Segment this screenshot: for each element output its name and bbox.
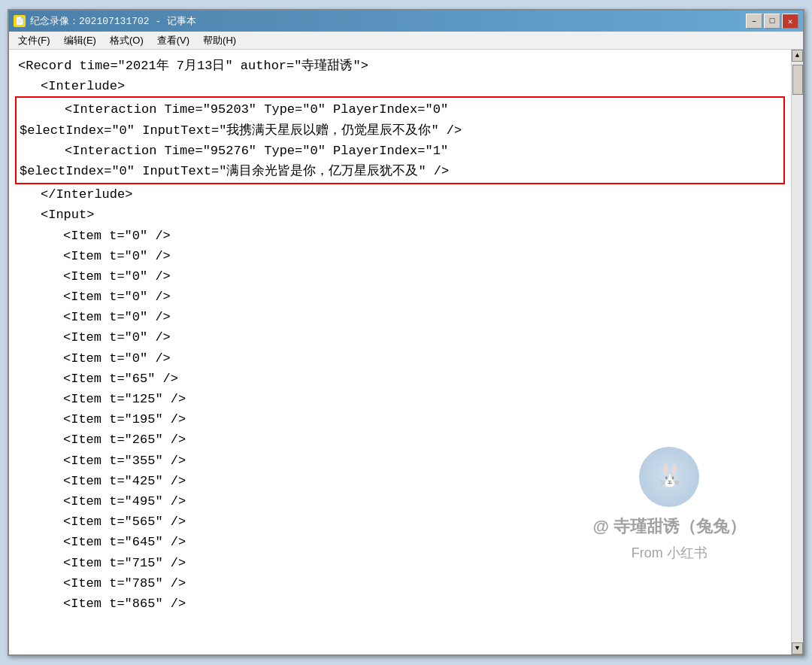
code-line: <Item t="565" />	[63, 512, 782, 532]
scrollbar-thumb[interactable]	[792, 65, 803, 95]
code-line: <Record time="2021年 7月13日" author="寺瑾甜诱"…	[18, 56, 782, 76]
code-line: <Item t="0" />	[63, 307, 782, 327]
code-line: <Input>	[41, 205, 782, 225]
menu-file[interactable]: 文件(F)	[12, 32, 56, 49]
content-area: <Record time="2021年 7月13日" author="寺瑾甜诱"…	[9, 50, 803, 654]
scroll-up-button[interactable]: ▲	[792, 50, 803, 62]
code-line: <Item t="0" />	[63, 348, 782, 369]
code-line: <Item t="785" />	[63, 573, 782, 594]
scroll-down-button[interactable]: ▼	[792, 642, 803, 654]
close-button[interactable]: ✕	[782, 14, 798, 29]
highlight-box: <Interaction Time="95203" Type="0" Playe…	[15, 96, 785, 184]
code-line: <Interlude>	[41, 76, 782, 96]
title-bar-left: 📄 纪念录像：202107131702 - 记事本	[14, 14, 196, 28]
code-line: <Item t="0" />	[63, 327, 782, 348]
title-bar: 📄 纪念录像：202107131702 - 记事本 – □ ✕	[9, 11, 803, 32]
code-line: <Item t="0" />	[63, 287, 782, 307]
code-line: <Item t="865" />	[63, 594, 782, 614]
menu-bar: 文件(F) 编辑(E) 格式(O) 查看(V) 帮助(H)	[9, 32, 803, 50]
code-line: <Item t="265" />	[63, 430, 782, 450]
menu-help[interactable]: 帮助(H)	[197, 32, 242, 49]
notepad-window: 📄 纪念录像：202107131702 - 记事本 – □ ✕ 文件(F) 编辑…	[8, 9, 804, 656]
code-line: </Interlude>	[41, 184, 782, 205]
code-line: <Item t="0" />	[63, 226, 782, 246]
scrollbar[interactable]: ▲ ▼	[791, 50, 803, 654]
menu-format[interactable]: 格式(O)	[104, 32, 150, 49]
window-title: 纪念录像：202107131702 - 记事本	[30, 14, 196, 28]
title-controls: – □ ✕	[746, 14, 798, 29]
code-line: <Interaction Time="95203" Type="0" Playe…	[65, 99, 780, 120]
code-line: <Item t="0" />	[63, 246, 782, 266]
code-line: <Interaction Time="95276" Type="0" Playe…	[65, 141, 780, 161]
code-line: <Item t="645" />	[63, 532, 782, 552]
code-line: <Item t="65" />	[63, 369, 782, 389]
text-editor[interactable]: <Record time="2021年 7月13日" author="寺瑾甜诱"…	[9, 50, 791, 654]
code-line: <Item t="125" />	[63, 389, 782, 409]
minimize-button[interactable]: –	[746, 14, 762, 29]
menu-view[interactable]: 查看(V)	[151, 32, 195, 49]
code-line: <Item t="425" />	[63, 471, 782, 491]
code-line: $electIndex="0" InputText="满目余光皆是你，亿万星辰犹…	[20, 161, 780, 181]
code-line: $electIndex="0" InputText="我携满天星辰以赠，仍觉星辰…	[20, 120, 780, 141]
code-line: <Item t="195" />	[63, 409, 782, 430]
code-line: <Item t="715" />	[63, 553, 782, 573]
code-line: <Item t="355" />	[63, 451, 782, 471]
code-line: <Item t="495" />	[63, 491, 782, 512]
maximize-button[interactable]: □	[764, 14, 780, 29]
menu-edit[interactable]: 编辑(E)	[58, 32, 102, 49]
scrollbar-track	[792, 62, 803, 642]
code-line: <Item t="0" />	[63, 266, 782, 287]
app-icon: 📄	[14, 15, 26, 27]
